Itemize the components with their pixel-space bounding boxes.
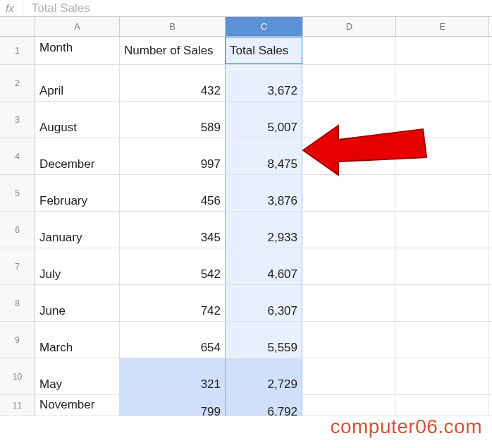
cell-B8[interactable]: 742 <box>120 285 226 321</box>
cell-C5[interactable]: 3,876 <box>225 175 302 211</box>
cell-B7[interactable]: 542 <box>120 248 226 284</box>
cell-C2[interactable]: 3,672 <box>225 65 302 101</box>
column-header-E[interactable]: E <box>396 17 489 36</box>
cell-A2[interactable]: April <box>35 65 120 101</box>
cell-D11[interactable] <box>302 395 395 416</box>
row-header-8[interactable]: 8 <box>0 285 35 321</box>
column-headers: A B C D E <box>0 17 492 37</box>
cell-B11[interactable]: 799 <box>120 395 226 416</box>
column-header-C[interactable]: C <box>226 17 303 36</box>
column-header-A[interactable]: A <box>35 17 120 36</box>
cell-B1[interactable]: Number of Sales <box>120 37 226 64</box>
table-row: 4 December 997 8,475 <box>0 138 492 175</box>
cell-A3[interactable]: August <box>35 102 120 138</box>
cell-C8[interactable]: 6,307 <box>225 285 302 321</box>
cell-B10[interactable]: 321 <box>120 358 226 394</box>
cell-A7[interactable]: July <box>35 248 120 284</box>
cell-E8[interactable] <box>395 285 488 321</box>
cell-E11[interactable] <box>395 395 488 416</box>
cell-A4[interactable]: December <box>35 138 120 174</box>
cell-A11[interactable]: November <box>35 395 120 416</box>
select-all-corner[interactable] <box>0 17 35 36</box>
cell-D10[interactable] <box>302 358 395 394</box>
cell-C1[interactable]: Total Sales <box>225 37 302 64</box>
cell-E4[interactable] <box>395 138 488 174</box>
table-row: 5 February 456 3,876 <box>0 175 492 212</box>
cell-C10[interactable]: 2,729 <box>225 358 302 394</box>
cell-C11[interactable]: 6,792 <box>225 395 302 416</box>
cell-E2[interactable] <box>395 65 488 101</box>
column-header-B[interactable]: B <box>120 17 226 36</box>
formula-bar: fx Total Sales <box>0 0 492 17</box>
cell-A8[interactable]: June <box>35 285 120 321</box>
table-row: 7 July 542 4,607 <box>0 248 492 285</box>
cell-C4[interactable]: 8,475 <box>225 138 302 174</box>
cell-A10[interactable]: May <box>35 358 120 394</box>
table-row: 6 January 345 2,933 <box>0 212 492 248</box>
cell-C9[interactable]: 5,559 <box>225 322 302 358</box>
formula-value[interactable]: Total Sales <box>23 1 90 16</box>
cell-D8[interactable] <box>302 285 395 321</box>
table-row: 11 November 799 6,792 <box>0 395 492 416</box>
row-header-10[interactable]: 10 <box>0 358 35 394</box>
watermark: computer06.com <box>330 416 482 438</box>
cell-E6[interactable] <box>395 212 488 248</box>
row-header-4[interactable]: 4 <box>0 138 35 174</box>
cell-D3[interactable] <box>302 102 395 138</box>
column-header-D[interactable]: D <box>303 17 396 36</box>
cell-C6[interactable]: 2,933 <box>225 212 302 248</box>
cell-E1[interactable] <box>395 37 488 64</box>
spreadsheet: A B C D E 1 Month Number of Sales Total … <box>0 17 492 416</box>
row-header-3[interactable]: 3 <box>0 102 35 138</box>
cell-C3[interactable]: 5,007 <box>225 102 302 138</box>
cell-E9[interactable] <box>395 322 488 358</box>
table-row: 8 June 742 6,307 <box>0 285 492 322</box>
cell-B6[interactable]: 345 <box>120 212 226 248</box>
cell-D1[interactable] <box>302 37 395 64</box>
row-header-6[interactable]: 6 <box>0 212 35 248</box>
table-row: 3 August 589 5,007 <box>0 102 492 138</box>
fx-label: fx <box>6 2 23 14</box>
table-row: 2 April 432 3,672 <box>0 65 492 102</box>
cell-D4[interactable] <box>302 138 395 174</box>
row-header-9[interactable]: 9 <box>0 322 35 358</box>
row-header-5[interactable]: 5 <box>0 175 35 211</box>
cell-B9[interactable]: 654 <box>120 322 226 358</box>
cell-A6[interactable]: January <box>35 212 120 248</box>
cell-E5[interactable] <box>395 175 488 211</box>
cell-E3[interactable] <box>395 102 488 138</box>
cell-E10[interactable] <box>395 358 488 394</box>
cell-A5[interactable]: February <box>35 175 120 211</box>
row-header-1[interactable]: 1 <box>0 37 35 64</box>
table-row: 9 March 654 5,559 <box>0 322 492 358</box>
cell-C7[interactable]: 4,607 <box>225 248 302 284</box>
table-row: 10 May 321 2,729 <box>0 358 492 395</box>
cell-D6[interactable] <box>302 212 395 248</box>
cell-D7[interactable] <box>302 248 395 284</box>
row-header-7[interactable]: 7 <box>0 248 35 284</box>
row-header-11[interactable]: 11 <box>0 395 35 416</box>
row-header-2[interactable]: 2 <box>0 65 35 101</box>
cell-A9[interactable]: March <box>35 322 120 358</box>
cell-D9[interactable] <box>302 322 395 358</box>
table-row: 1 Month Number of Sales Total Sales <box>0 37 492 65</box>
cell-B5[interactable]: 456 <box>120 175 226 211</box>
cell-B2[interactable]: 432 <box>120 65 226 101</box>
cell-B4[interactable]: 997 <box>120 138 226 174</box>
cell-D2[interactable] <box>302 65 395 101</box>
cell-D5[interactable] <box>302 175 395 211</box>
cell-E7[interactable] <box>395 248 488 284</box>
cell-B3[interactable]: 589 <box>120 102 226 138</box>
cell-A1[interactable]: Month <box>35 37 120 64</box>
